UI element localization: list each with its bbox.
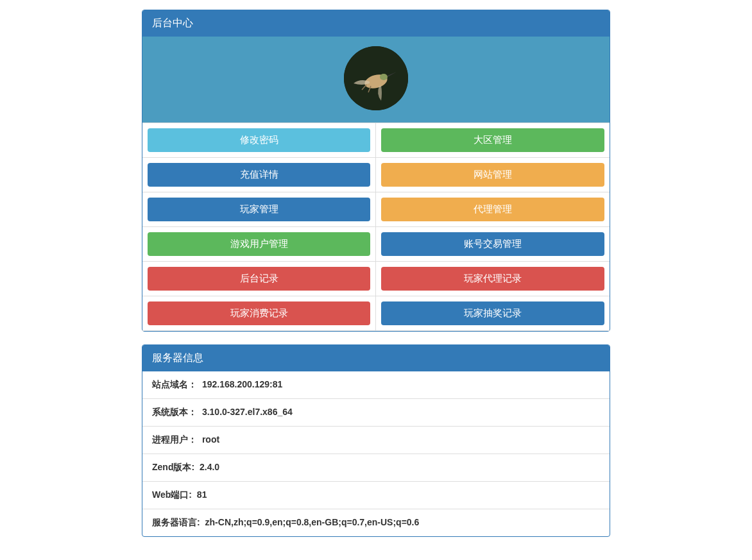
avatar-section bbox=[142, 37, 610, 123]
panel-title: 后台中心 bbox=[142, 10, 610, 37]
admin-center-panel: 后台中心 修改密码 大区管理 充值详情 网站管理 玩家管理 bbox=[142, 10, 610, 332]
info-row-zend: Zend版本: 2.4.0 bbox=[142, 454, 610, 481]
info-label: Zend版本: bbox=[152, 462, 194, 472]
info-label: 服务器语言: bbox=[152, 517, 200, 527]
recharge-details-button[interactable]: 充值详情 bbox=[148, 163, 370, 187]
player-lottery-log-button[interactable]: 玩家抽奖记录 bbox=[381, 301, 604, 325]
server-info-title: 服务器信息 bbox=[142, 345, 610, 371]
change-password-button[interactable]: 修改密码 bbox=[148, 128, 370, 152]
account-trade-manage-button[interactable]: 账号交易管理 bbox=[381, 232, 604, 256]
info-row-language: 服务器语言: zh-CN,zh;q=0.9,en;q=0.8,en-GB;q=0… bbox=[142, 509, 610, 536]
info-label: 系统版本： bbox=[152, 407, 197, 417]
svg-point-2 bbox=[380, 74, 388, 80]
player-consume-log-button[interactable]: 玩家消费记录 bbox=[148, 301, 370, 325]
info-row-domain: 站点域名： 192.168.200.129:81 bbox=[142, 371, 610, 398]
info-value: 192.168.200.129:81 bbox=[202, 379, 282, 389]
zone-manage-button[interactable]: 大区管理 bbox=[381, 128, 604, 152]
server-info-list: 站点域名： 192.168.200.129:81 系统版本： 3.10.0-32… bbox=[142, 371, 610, 536]
info-row-user: 进程用户： root bbox=[142, 426, 610, 454]
info-value: zh-CN,zh;q=0.9,en;q=0.8,en-GB;q=0.7,en-U… bbox=[205, 517, 420, 527]
info-label: 站点域名： bbox=[152, 379, 197, 389]
info-row-system: 系统版本： 3.10.0-327.el7.x86_64 bbox=[142, 398, 610, 426]
agent-manage-button[interactable]: 代理管理 bbox=[381, 198, 604, 221]
info-value: root bbox=[202, 434, 219, 445]
button-grid: 修改密码 大区管理 充值详情 网站管理 玩家管理 代理管理 游戏用户管理 账号交… bbox=[142, 123, 610, 331]
info-value: 3.10.0-327.el7.x86_64 bbox=[202, 407, 293, 417]
avatar-image bbox=[344, 46, 408, 110]
info-label: 进程用户： bbox=[152, 434, 197, 445]
info-value: 81 bbox=[197, 489, 207, 500]
site-manage-button[interactable]: 网站管理 bbox=[381, 163, 604, 187]
server-info-panel: 服务器信息 站点域名： 192.168.200.129:81 系统版本： 3.1… bbox=[142, 344, 610, 537]
backend-log-button[interactable]: 后台记录 bbox=[148, 267, 370, 291]
info-row-port: Web端口: 81 bbox=[142, 481, 610, 509]
game-user-manage-button[interactable]: 游戏用户管理 bbox=[148, 232, 370, 256]
info-value: 2.4.0 bbox=[200, 462, 219, 472]
player-manage-button[interactable]: 玩家管理 bbox=[148, 198, 370, 221]
info-label: Web端口: bbox=[152, 489, 192, 500]
player-agent-log-button[interactable]: 玩家代理记录 bbox=[381, 267, 604, 291]
